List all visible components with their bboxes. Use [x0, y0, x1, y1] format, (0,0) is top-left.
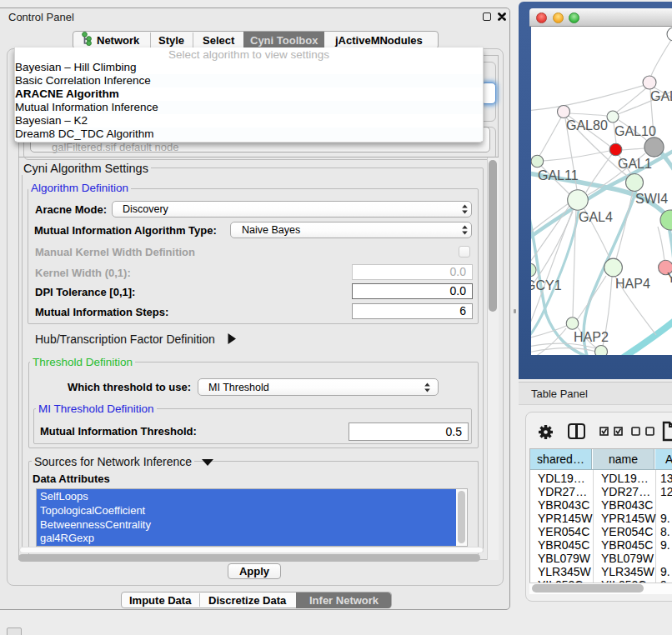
svg-text:GAL4: GAL4 — [579, 210, 613, 224]
svg-text:HAP4: HAP4 — [615, 277, 650, 291]
svg-text:GAL1: GAL1 — [618, 157, 652, 171]
svg-text:GCY1: GCY1 — [531, 278, 562, 292]
svg-text:SWI4: SWI4 — [635, 192, 668, 206]
svg-text:GAL80: GAL80 — [566, 118, 608, 132]
svg-text:HAP2: HAP2 — [574, 330, 609, 344]
svg-text:GAL7: GAL7 — [650, 89, 672, 103]
svg-text:GAL10: GAL10 — [614, 124, 656, 138]
svg-text:GAL11: GAL11 — [538, 168, 579, 182]
svg-text:Y: Y — [667, 271, 672, 285]
